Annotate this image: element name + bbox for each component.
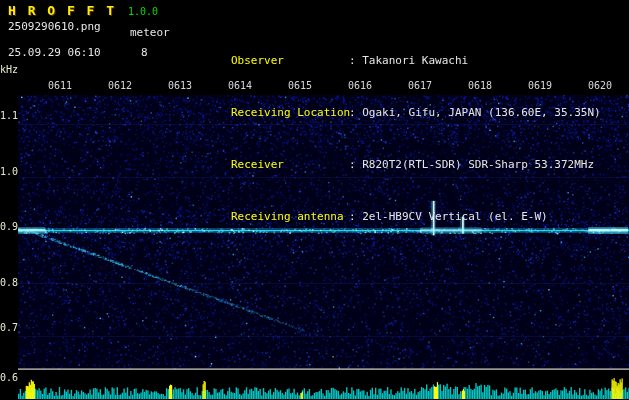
y-tick-1.1: 1.1 — [0, 110, 17, 121]
x-tick-0612: 0612 — [105, 80, 135, 91]
info-label: Receiving Location — [231, 106, 349, 119]
info-label: Receiving antenna — [231, 210, 349, 223]
station-info-block: Observer: Takanori Kawachi Receiving Loc… — [178, 3, 601, 249]
y-tick-0.8: 0.8 — [0, 277, 17, 288]
info-label: Receiver — [231, 158, 349, 171]
x-tick-0614: 0614 — [225, 80, 255, 91]
echo-count: 8 — [141, 46, 148, 59]
info-colon: : — [349, 106, 362, 119]
y-axis-unit-label: kHz — [0, 64, 17, 75]
x-tick-0617: 0617 — [405, 80, 435, 91]
info-row-antenna: Receiving antenna: 2el-HB9CV Vertical (e… — [178, 197, 601, 211]
output-filename: 2509290610.png — [8, 20, 101, 33]
x-tick-0620: 0620 — [585, 80, 615, 91]
info-value: Takanori Kawachi — [362, 54, 468, 67]
info-colon: : — [349, 54, 362, 67]
info-row-observer: Observer: Takanori Kawachi — [178, 41, 601, 55]
x-tick-0615: 0615 — [285, 80, 315, 91]
info-value: R820T2(RTL-SDR) SDR-Sharp 53.372MHz — [362, 158, 594, 171]
y-tick-0.9: 0.9 — [0, 221, 17, 232]
info-label: Observer — [231, 54, 349, 67]
app-title: H R O F F T — [8, 3, 116, 18]
y-tick-0.7: 0.7 — [0, 322, 17, 333]
app-version-label: 1.0.0 — [128, 6, 158, 17]
x-tick-0611: 0611 — [45, 80, 75, 91]
info-colon: : — [349, 210, 362, 223]
info-value: 2el-HB9CV Vertical (el. E-W) — [362, 210, 547, 223]
info-value: Ogaki, Gifu, JAPAN (136.60E, 35.35N) — [362, 106, 600, 119]
y-tick-0.6: 0.6 — [0, 372, 17, 383]
x-tick-0619: 0619 — [525, 80, 555, 91]
info-row-location: Receiving Location: Ogaki, Gifu, JAPAN (… — [178, 93, 601, 107]
x-tick-0613: 0613 — [165, 80, 195, 91]
x-tick-0618: 0618 — [465, 80, 495, 91]
observation-timestamp: 25.09.29 06:10 — [8, 46, 101, 59]
observation-mode: meteor — [130, 26, 170, 39]
info-colon: : — [349, 158, 362, 171]
x-tick-0616: 0616 — [345, 80, 375, 91]
hrofft-window: H R O F F T 1.0.0 2509290610.png meteor … — [0, 0, 629, 400]
info-row-receiver: Receiver: R820T2(RTL-SDR) SDR-Sharp 53.3… — [178, 145, 601, 159]
y-tick-1.0: 1.0 — [0, 166, 17, 177]
